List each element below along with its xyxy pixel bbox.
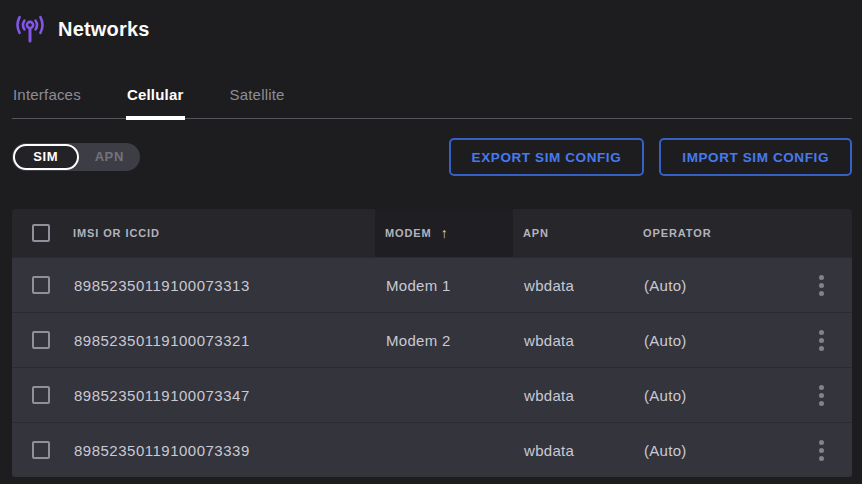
tab-cellular[interactable]: Cellular bbox=[126, 80, 185, 118]
sim-apn-toggle[interactable]: SIM APN bbox=[12, 143, 140, 171]
tab-interfaces[interactable]: Interfaces bbox=[12, 80, 82, 118]
row-menu-kebab-icon[interactable] bbox=[811, 379, 832, 412]
operator-value: (Auto) bbox=[633, 332, 790, 349]
operator-value: (Auto) bbox=[633, 387, 790, 404]
row-menu-kebab-icon[interactable] bbox=[811, 269, 832, 302]
page-title: Networks bbox=[58, 18, 150, 41]
page-header: Networks bbox=[0, 0, 862, 48]
imsi-value: 89852350119100073321 bbox=[63, 332, 375, 349]
apn-value: wbdata bbox=[513, 387, 633, 404]
operator-value: (Auto) bbox=[633, 442, 790, 459]
select-row-checkbox[interactable] bbox=[32, 276, 50, 294]
networks-page: Networks Interfaces Cellular Satellite S… bbox=[0, 0, 862, 484]
import-sim-config-button[interactable]: IMPORT SIM CONFIG bbox=[659, 138, 852, 176]
select-row-checkbox[interactable] bbox=[32, 441, 50, 459]
antenna-icon bbox=[13, 14, 47, 45]
imsi-value: 89852350119100073313 bbox=[63, 277, 375, 294]
imsi-value: 89852350119100073339 bbox=[63, 442, 375, 459]
imsi-value: 89852350119100073347 bbox=[63, 387, 375, 404]
modem-value: Modem 1 bbox=[375, 277, 513, 294]
select-row-checkbox[interactable] bbox=[32, 331, 50, 349]
column-header-operator[interactable]: OPERATOR bbox=[633, 209, 790, 257]
column-header-imsi[interactable]: IMSI OR ICCID bbox=[63, 209, 375, 257]
table-row: 89852350119100073347 wbdata (Auto) bbox=[12, 367, 852, 422]
sim-table: IMSI OR ICCID MODEM ↑ APN OPERATOR 89852… bbox=[12, 209, 852, 477]
header-checkbox-cell bbox=[12, 209, 63, 257]
tab-satellite[interactable]: Satellite bbox=[229, 80, 286, 118]
toggle-option-apn[interactable]: APN bbox=[79, 145, 141, 169]
table-row: 89852350119100073313 Modem 1 wbdata (Aut… bbox=[12, 257, 852, 312]
row-menu-kebab-icon[interactable] bbox=[811, 324, 832, 357]
table-row: 89852350119100073339 wbdata (Auto) bbox=[12, 422, 852, 477]
toggle-option-sim[interactable]: SIM bbox=[13, 144, 79, 170]
apn-value: wbdata bbox=[513, 332, 633, 349]
sort-ascending-icon: ↑ bbox=[441, 225, 449, 241]
sim-table-header: IMSI OR ICCID MODEM ↑ APN OPERATOR bbox=[12, 209, 852, 257]
operator-value: (Auto) bbox=[633, 277, 790, 294]
cellular-toolbar: SIM APN EXPORT SIM CONFIG IMPORT SIM CON… bbox=[12, 138, 852, 176]
network-tabs: Interfaces Cellular Satellite bbox=[12, 80, 852, 119]
sim-config-actions: EXPORT SIM CONFIG IMPORT SIM CONFIG bbox=[449, 138, 852, 176]
select-all-checkbox[interactable] bbox=[32, 224, 50, 242]
column-header-apn[interactable]: APN bbox=[513, 209, 633, 257]
apn-value: wbdata bbox=[513, 277, 633, 294]
apn-value: wbdata bbox=[513, 442, 633, 459]
modem-value: Modem 2 bbox=[375, 332, 513, 349]
select-row-checkbox[interactable] bbox=[32, 386, 50, 404]
export-sim-config-button[interactable]: EXPORT SIM CONFIG bbox=[449, 138, 645, 176]
table-row: 89852350119100073321 Modem 2 wbdata (Aut… bbox=[12, 312, 852, 367]
row-menu-kebab-icon[interactable] bbox=[811, 434, 832, 467]
column-header-modem[interactable]: MODEM ↑ bbox=[375, 209, 513, 257]
